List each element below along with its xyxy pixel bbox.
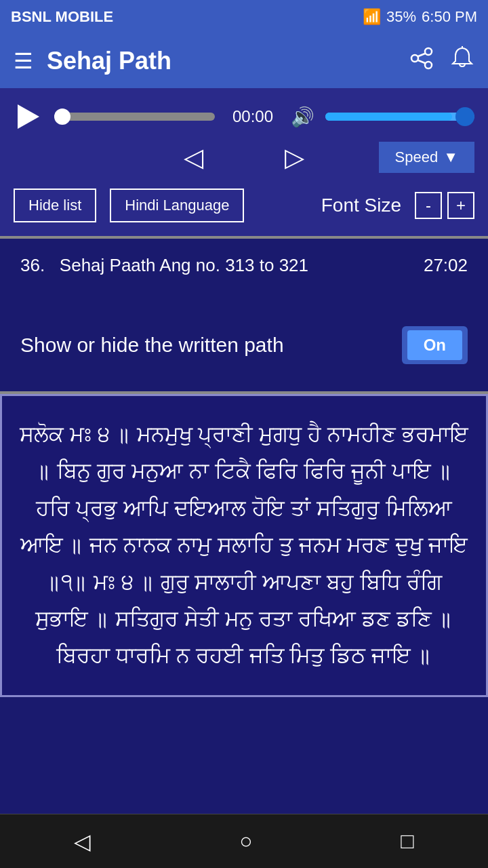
speed-dropdown-icon: ▼ (443, 149, 458, 166)
progress-thumb[interactable] (54, 108, 70, 125)
controls-row: Hide list Hindi Language Font Size - + (14, 182, 474, 229)
menu-button[interactable]: ☰ (14, 48, 33, 74)
hindi-language-button[interactable]: Hindi Language (110, 189, 244, 222)
svg-point-2 (425, 62, 432, 68)
track-info: 36. Sehaj Paath Ang no. 313 to 321 27:02 (0, 239, 488, 292)
svg-point-1 (411, 55, 418, 62)
font-size-controls: - + (415, 192, 474, 219)
play-button[interactable] (14, 102, 43, 132)
volume-icon: 🔊 (291, 106, 314, 128)
speed-label: Speed (395, 149, 439, 166)
status-bar: BSNL MOBILE 📶 35% 6:50 PM (0, 0, 488, 34)
play-icon (18, 104, 39, 129)
carrier-label: BSNL MOBILE (11, 8, 113, 26)
share-button[interactable] (409, 46, 434, 76)
svg-line-4 (418, 60, 425, 63)
hide-list-button[interactable]: Hide list (14, 189, 96, 222)
main-text-section: ਸਲੋਕ ਮਃ ੪ ॥ ਮਨਮੁਖੁ ਪ੍ਰਾਣੀ ਮੁਗਧੁ ਹੈ ਨਾਮਹੀ… (0, 394, 488, 697)
battery-label: 35% (386, 8, 416, 26)
progress-bar[interactable] (54, 113, 215, 121)
home-nav-button[interactable]: ○ (219, 822, 272, 861)
track-duration: 27:02 (424, 255, 468, 276)
svg-line-3 (418, 54, 425, 56)
playback-row: 00:00 🔊 (14, 102, 474, 132)
svg-point-0 (425, 48, 432, 55)
speed-button[interactable]: Speed ▼ (379, 142, 474, 173)
track-number: 36. (20, 255, 45, 275)
volume-bar[interactable] (325, 113, 474, 121)
time-display: 00:00 (226, 107, 280, 126)
toggle-label: Show or hide the written path (20, 334, 284, 357)
wifi-icon: 📶 (363, 8, 381, 26)
track-name: Sehaj Paath Ang no. 313 to 321 (60, 255, 308, 275)
player-section: 00:00 🔊 ◁ ▷ Speed ▼ Hide list Hindi Lang… (0, 88, 488, 236)
app-bar: ☰ Sehaj Path (0, 34, 488, 88)
volume-fill (325, 113, 452, 121)
app-bar-actions (409, 46, 474, 76)
notification-button[interactable] (450, 46, 474, 76)
toggle-switch[interactable]: On (407, 330, 462, 360)
font-size-increase-button[interactable]: + (447, 192, 474, 219)
gurmukhi-text: ਸਲੋਕ ਮਃ ੪ ॥ ਮਨਮੁਖੁ ਪ੍ਰਾਣੀ ਮੁਗਧੁ ਹੈ ਨਾਮਹੀ… (18, 416, 470, 675)
time-label: 6:50 PM (422, 8, 477, 26)
next-button[interactable]: ▷ (285, 142, 304, 172)
prev-button[interactable]: ◁ (184, 142, 203, 172)
volume-thumb[interactable] (455, 107, 474, 126)
font-size-label: Font Size (321, 195, 401, 216)
bottom-nav: ◁ ○ □ (0, 814, 488, 868)
font-size-decrease-button[interactable]: - (415, 192, 442, 219)
track-title: 36. Sehaj Paath Ang no. 313 to 321 (20, 255, 308, 276)
back-nav-button[interactable]: ◁ (54, 822, 111, 861)
toggle-container: On (402, 326, 468, 364)
nav-row: ◁ ▷ Speed ▼ (14, 142, 474, 172)
status-icons: 📶 35% 6:50 PM (363, 8, 477, 26)
app-title: Sehaj Path (47, 47, 409, 75)
recent-nav-button[interactable]: □ (380, 822, 434, 861)
toggle-section: Show or hide the written path On (0, 292, 488, 391)
